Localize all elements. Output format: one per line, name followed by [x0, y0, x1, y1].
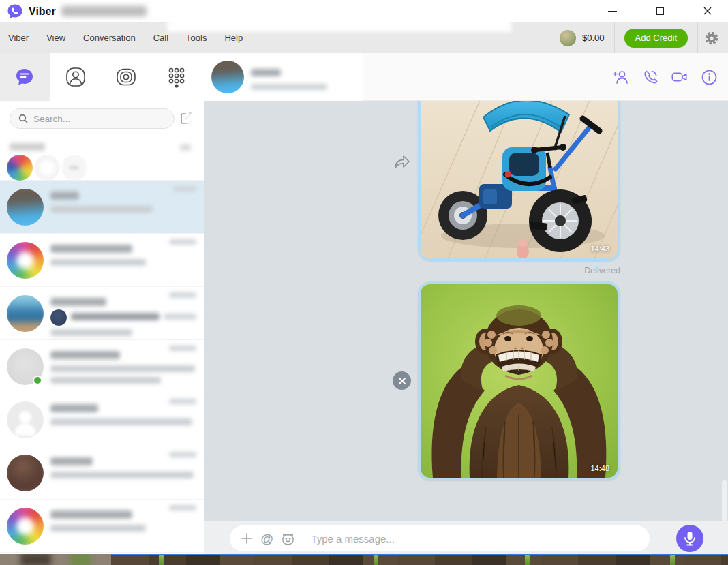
preview-blurred — [50, 206, 153, 213]
plus-icon — [241, 532, 253, 545]
chats-icon — [13, 65, 37, 89]
settings-button[interactable] — [698, 31, 725, 46]
sender-mini-avatar — [50, 309, 67, 326]
chat-list-item[interactable] — [0, 287, 204, 340]
text-caret — [307, 532, 307, 545]
viber-logo-icon — [7, 3, 23, 20]
forward-message-icon[interactable] — [393, 153, 412, 172]
blur-patch — [184, 112, 199, 126]
microphone-icon — [683, 531, 697, 546]
delivery-status: Delivered — [584, 266, 620, 275]
sticker-cat-icon — [281, 532, 295, 546]
search-icon — [18, 114, 28, 123]
message-input-pill[interactable]: @ — [230, 525, 650, 551]
menubar-right-cluster: $0.00 Add Credit — [560, 22, 728, 53]
favorite-avatar-ring[interactable] — [34, 155, 60, 181]
message-input[interactable] — [311, 533, 570, 545]
chat-time-blurred — [169, 292, 196, 298]
chat-list-item[interactable] — [0, 181, 204, 234]
chat-info-button[interactable] — [699, 67, 718, 87]
attach-button[interactable] — [241, 532, 253, 545]
chat-header-actions — [611, 53, 718, 101]
voice-message-button[interactable] — [676, 525, 703, 552]
blurred-strip-left — [0, 554, 111, 565]
chat-item-avatar — [7, 295, 44, 332]
voice-call-button[interactable] — [641, 67, 660, 87]
menu-view[interactable]: View — [46, 33, 65, 43]
close-icon — [703, 6, 712, 16]
preview-blurred — [50, 525, 146, 532]
background-photo-strip — [111, 555, 728, 565]
search-box[interactable] — [10, 108, 175, 129]
preview-blurred — [50, 418, 192, 425]
sender-name-blurred — [71, 313, 160, 320]
maximize-button[interactable] — [644, 0, 676, 22]
chat-list-item[interactable] — [0, 500, 204, 553]
tab-discover[interactable] — [101, 53, 151, 101]
tricycle-photo — [421, 101, 618, 258]
image-message-tricycle[interactable]: 14:43 — [418, 101, 620, 261]
chat-list-item[interactable] — [0, 393, 204, 446]
discover-icon — [115, 65, 138, 89]
chat-item-avatar — [7, 189, 44, 226]
online-badge — [33, 376, 42, 385]
chat-time-blurred — [169, 505, 196, 510]
chat-item-avatar — [7, 508, 44, 545]
add-participant-button[interactable] — [611, 67, 631, 87]
mention-button[interactable]: @ — [260, 532, 273, 545]
chat-name-blurred — [50, 510, 132, 519]
menu-tools[interactable]: Tools — [186, 33, 207, 43]
video-call-button[interactable] — [670, 67, 689, 87]
chat-name-blurred — [50, 245, 132, 253]
composer-bar: @ — [204, 521, 728, 555]
favorites-section — [0, 136, 204, 181]
menu-help[interactable]: Help — [224, 33, 243, 43]
search-input[interactable] — [33, 114, 156, 124]
background-window-strip — [0, 555, 728, 565]
messages-scrollbar[interactable] — [722, 480, 727, 521]
favorites-action-blurred[interactable] — [180, 144, 191, 151]
cancel-message-button[interactable] — [393, 371, 411, 390]
chat-item-avatar — [7, 242, 44, 279]
chat-list-item[interactable] — [0, 234, 204, 287]
blur-patch — [204, 53, 363, 101]
tab-contacts[interactable] — [50, 53, 101, 101]
favorite-avatar-dash[interactable] — [61, 155, 87, 181]
chat-item-avatar — [7, 401, 44, 438]
blurred-contact-name-title — [61, 6, 147, 16]
favorites-avatars — [7, 155, 87, 181]
menu-call[interactable]: Call — [153, 33, 168, 43]
chat-avatar[interactable] — [211, 61, 244, 93]
chat-time-blurred — [173, 186, 196, 192]
close-button[interactable] — [692, 0, 723, 22]
tab-dialpad[interactable] — [151, 53, 202, 101]
divider — [614, 22, 615, 53]
favorite-avatar-multicolor[interactable] — [7, 155, 33, 181]
chat-time-blurred — [169, 239, 196, 245]
dialpad-icon — [165, 65, 188, 89]
account-avatar[interactable] — [560, 30, 576, 46]
menu-viber[interactable]: Viber — [8, 33, 29, 43]
menubar: Viber View Conversation Call Tools Help … — [0, 22, 728, 53]
tab-chats[interactable] — [0, 53, 50, 101]
preview-blurred — [50, 377, 161, 384]
preview-blurred — [50, 259, 146, 266]
new-chat-button[interactable] — [180, 111, 195, 126]
chat-time-blurred — [169, 346, 196, 351]
chat-list-item[interactable] — [0, 446, 204, 500]
add-credit-button[interactable]: Add Credit — [624, 29, 688, 48]
stickers-button[interactable] — [281, 532, 295, 546]
chat-area: 14:43 Delivered — [204, 53, 728, 555]
chat-list-item[interactable] — [0, 340, 204, 393]
image-message-chimp[interactable]: 14:48 — [418, 281, 620, 480]
minimize-button[interactable] — [596, 0, 628, 22]
chat-list — [0, 181, 204, 555]
messages-viewport[interactable]: 14:43 Delivered — [204, 101, 728, 521]
chat-time-blurred — [169, 452, 196, 457]
chat-name-blurred — [50, 457, 93, 465]
last-seen-status-blurred — [251, 84, 327, 90]
app-title: Viber — [29, 5, 56, 18]
preview-blurred — [50, 472, 194, 478]
menu-conversation[interactable]: Conversation — [83, 33, 136, 43]
message-timestamp: 14:43 — [590, 245, 609, 253]
